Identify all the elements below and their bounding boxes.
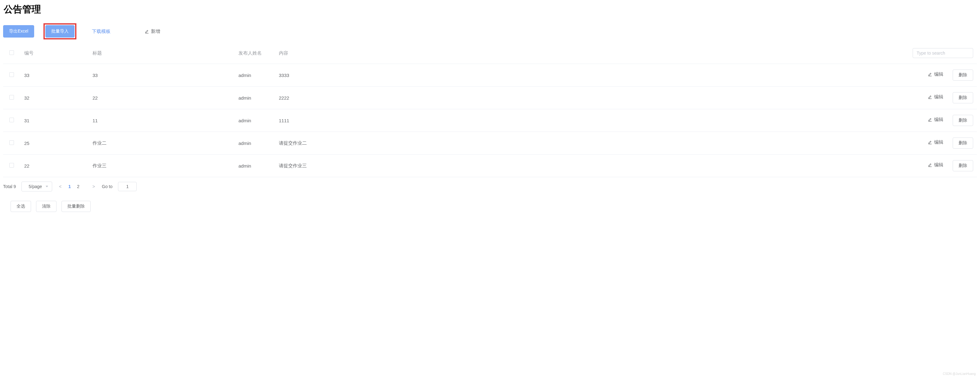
total-label: Total 9	[3, 184, 16, 189]
header-id: 编号	[22, 43, 90, 64]
goto-label: Go to	[102, 184, 112, 189]
edit-icon	[928, 140, 932, 144]
prev-page-button[interactable]: <	[58, 184, 63, 189]
delete-button[interactable]: 删除	[953, 92, 973, 103]
table-row: 3222admin2222编辑删除	[3, 87, 977, 109]
row-checkbox[interactable]	[9, 163, 14, 168]
cell-publisher: admin	[236, 109, 276, 132]
edit-icon	[928, 95, 932, 99]
cell-id: 33	[22, 64, 90, 87]
table-row: 3111admin1111编辑删除	[3, 109, 977, 132]
edit-button[interactable]: 编辑	[928, 94, 943, 100]
select-all-checkbox[interactable]	[9, 50, 14, 55]
cell-id: 31	[22, 109, 90, 132]
edit-label: 编辑	[934, 94, 943, 100]
edit-button[interactable]: 编辑	[928, 71, 943, 77]
bulk-import-button[interactable]: 批量导入	[45, 25, 75, 38]
edit-button[interactable]: 编辑	[928, 117, 943, 122]
cell-publisher: admin	[236, 64, 276, 87]
cell-content: 请提交作业三	[276, 154, 382, 177]
cell-title: 作业三	[90, 154, 236, 177]
goto-input[interactable]	[118, 182, 137, 191]
bulk-import-highlight: 批量导入	[43, 23, 76, 40]
table-row: 25作业二admin请提交作业二编辑删除	[3, 132, 977, 154]
cell-publisher: admin	[236, 132, 276, 154]
next-page-button[interactable]: >	[91, 184, 96, 189]
search-input[interactable]	[913, 48, 973, 58]
table-row: 22作业三admin请提交作业三编辑删除	[3, 154, 977, 177]
download-template-link[interactable]: 下载模板	[92, 29, 111, 35]
toolbar: 导出Excel 批量导入 下载模板 新增	[3, 23, 977, 40]
row-checkbox[interactable]	[9, 72, 14, 77]
cell-id: 22	[22, 154, 90, 177]
row-checkbox[interactable]	[9, 140, 14, 145]
delete-button[interactable]: 删除	[953, 138, 973, 149]
cell-title: 33	[90, 64, 236, 87]
select-all-button[interactable]: 全选	[11, 201, 31, 212]
cell-content: 1111	[276, 109, 382, 132]
bulk-delete-button[interactable]: 批量删除	[62, 201, 91, 212]
header-title: 标题	[90, 43, 236, 64]
delete-button[interactable]: 删除	[953, 160, 973, 171]
edit-icon	[928, 117, 932, 122]
edit-label: 编辑	[934, 162, 943, 168]
export-excel-button[interactable]: 导出Excel	[3, 25, 34, 38]
edit-icon	[145, 29, 149, 33]
row-checkbox[interactable]	[9, 95, 14, 100]
cell-publisher: admin	[236, 87, 276, 109]
cell-content: 请提交作业二	[276, 132, 382, 154]
add-button[interactable]: 新增	[145, 29, 160, 35]
cell-content: 3333	[276, 64, 382, 87]
add-label: 新增	[151, 29, 160, 35]
cell-id: 25	[22, 132, 90, 154]
footer-actions: 全选 清除 批量删除	[3, 201, 977, 212]
edit-button[interactable]: 编辑	[928, 162, 943, 168]
edit-label: 编辑	[934, 117, 943, 122]
row-checkbox[interactable]	[9, 118, 14, 122]
edit-icon	[928, 72, 932, 76]
cell-title: 22	[90, 87, 236, 109]
edit-icon	[928, 163, 932, 167]
page-number[interactable]: 1	[68, 184, 71, 189]
cell-title: 11	[90, 109, 236, 132]
edit-label: 编辑	[934, 139, 943, 145]
data-table: 编号 标题 发布人姓名 内容 3333admin3333编辑删除3222admi…	[3, 43, 977, 177]
header-publisher: 发布人姓名	[236, 43, 276, 64]
edit-button[interactable]: 编辑	[928, 139, 943, 145]
table-header-row: 编号 标题 发布人姓名 内容	[3, 43, 977, 64]
cell-content: 2222	[276, 87, 382, 109]
page-title: 公告管理	[3, 3, 977, 16]
delete-button[interactable]: 删除	[953, 115, 973, 126]
edit-label: 编辑	[934, 71, 943, 77]
clear-button[interactable]: 清除	[36, 201, 57, 212]
page-number[interactable]: 2	[77, 184, 80, 189]
cell-id: 32	[22, 87, 90, 109]
cell-title: 作业二	[90, 132, 236, 154]
cell-publisher: admin	[236, 154, 276, 177]
delete-button[interactable]: 删除	[953, 70, 973, 81]
page-size-select[interactable]: 5/page	[21, 181, 52, 192]
pager: < 12 >	[58, 184, 96, 189]
header-content: 内容	[276, 43, 382, 64]
table-row: 3333admin3333编辑删除	[3, 64, 977, 87]
pagination: Total 9 5/page < 12 > Go to	[3, 181, 977, 192]
